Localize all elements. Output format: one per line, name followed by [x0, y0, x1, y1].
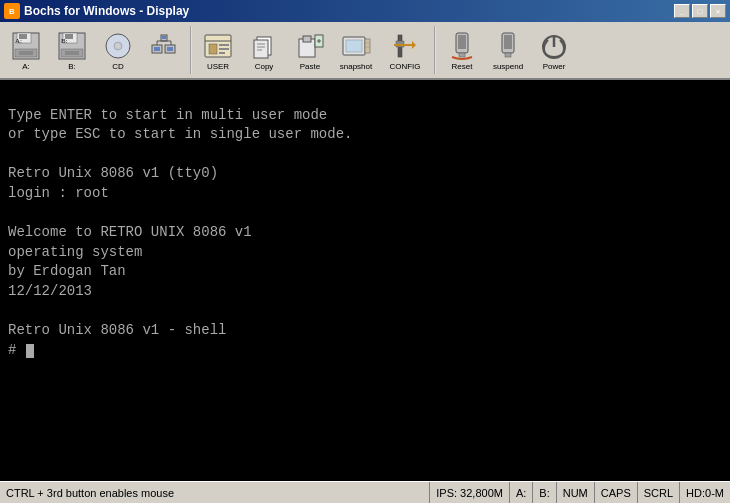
power-icon: [538, 30, 570, 62]
terminal-line-7: [8, 204, 722, 224]
toolbar: A: A: B: B:: [0, 22, 730, 80]
config-button[interactable]: CONFIG: [380, 24, 430, 76]
svg-rect-31: [219, 48, 229, 50]
reset-button[interactable]: Reset: [440, 24, 484, 76]
svg-text:B: B: [9, 7, 15, 16]
floppy-b-button[interactable]: B: B:: [50, 24, 94, 76]
paste-icon: [294, 30, 326, 62]
drive-b-text: B:: [539, 487, 549, 499]
terminal-line-14: #: [8, 341, 722, 361]
floppy-a-icon: A:: [10, 30, 42, 62]
svg-rect-45: [365, 39, 370, 53]
floppy-b-label: B:: [68, 63, 76, 71]
user-button[interactable]: USER: [196, 24, 240, 76]
svg-rect-32: [219, 52, 225, 54]
svg-rect-39: [303, 36, 311, 42]
maximize-button[interactable]: □: [692, 4, 708, 18]
status-mouse-hint: CTRL + 3rd button enables mouse: [0, 482, 430, 503]
caps-lock-text: CAPS: [601, 487, 631, 499]
statusbar: CTRL + 3rd button enables mouse IPS: 32,…: [0, 481, 730, 503]
floppy-b-icon: B:: [56, 30, 88, 62]
terminal-line-6: login : root: [8, 184, 722, 204]
paste-label: Paste: [300, 63, 320, 71]
user-icon: [202, 30, 234, 62]
terminal-line-10: by Erdogan Tan: [8, 262, 722, 282]
reset-label: Reset: [452, 63, 473, 71]
paste-button[interactable]: Paste: [288, 24, 332, 76]
svg-point-16: [116, 44, 120, 48]
status-b: B:: [533, 482, 556, 503]
svg-rect-54: [459, 53, 465, 57]
status-hd: HD:0-M: [680, 482, 730, 503]
title-bar: B Bochs for Windows - Display _ □ ✕: [0, 0, 730, 22]
snapshot-label: snapshot: [340, 63, 372, 71]
terminal-line-1: [8, 86, 722, 106]
network-icon: [148, 30, 180, 62]
svg-marker-51: [412, 41, 416, 49]
terminal-line-8: Welcome to RETRO UNIX 8086 v1: [8, 223, 722, 243]
svg-rect-30: [219, 44, 229, 46]
svg-rect-13: [65, 51, 79, 55]
config-label: CONFIG: [389, 63, 420, 71]
svg-rect-44: [346, 40, 362, 52]
power-label: Power: [543, 63, 566, 71]
terminal-cursor: [26, 344, 34, 358]
status-caps: CAPS: [595, 482, 638, 503]
svg-rect-29: [209, 44, 217, 54]
copy-button[interactable]: Copy: [242, 24, 286, 76]
status-scrl: SCRL: [638, 482, 680, 503]
floppy-a-label: A:: [22, 63, 30, 71]
svg-rect-7: [19, 51, 33, 55]
terminal-line-12: [8, 302, 722, 322]
window-title: Bochs for Windows - Display: [24, 4, 189, 18]
user-label: USER: [207, 63, 229, 71]
scroll-lock-text: SCRL: [644, 487, 673, 499]
cdrom-button[interactable]: CD: [96, 24, 140, 76]
terminal-line-4: [8, 145, 722, 165]
svg-rect-34: [254, 40, 268, 58]
mouse-hint-text: CTRL + 3rd button enables mouse: [6, 487, 174, 499]
minimize-button[interactable]: _: [674, 4, 690, 18]
suspend-label: suspend: [493, 63, 523, 71]
terminal-line-11: 12/12/2013: [8, 282, 722, 302]
svg-rect-53: [458, 35, 466, 49]
close-button[interactable]: ✕: [710, 4, 726, 18]
ips-text: IPS: 32,800M: [436, 487, 503, 499]
suspend-button[interactable]: suspend: [486, 24, 530, 76]
suspend-icon: [492, 30, 524, 62]
cdrom-icon: [102, 30, 134, 62]
svg-rect-20: [167, 47, 173, 51]
svg-rect-56: [504, 35, 512, 49]
status-a: A:: [510, 482, 533, 503]
toolbar-separator-2: [434, 26, 436, 74]
window-controls: _ □ ✕: [674, 4, 726, 18]
toolbar-separator-1: [190, 26, 192, 74]
copy-label: Copy: [255, 63, 274, 71]
floppy-a-button[interactable]: A: A:: [4, 24, 48, 76]
network-button[interactable]: [142, 24, 186, 76]
terminal-display[interactable]: Type ENTER to start in multi user mode o…: [0, 80, 730, 481]
config-icon: [389, 30, 421, 62]
terminal-line-9: operating system: [8, 243, 722, 263]
svg-rect-18: [154, 47, 160, 51]
snapshot-button[interactable]: snapshot: [334, 24, 378, 76]
snapshot-icon: [340, 30, 372, 62]
num-lock-text: NUM: [563, 487, 588, 499]
title-bar-left: B Bochs for Windows - Display: [4, 3, 189, 19]
power-button[interactable]: Power: [532, 24, 576, 76]
app-icon: B: [4, 3, 20, 19]
status-ips: IPS: 32,800M: [430, 482, 510, 503]
hd-text: HD:0-M: [686, 487, 724, 499]
status-num: NUM: [557, 482, 595, 503]
terminal-line-3: or type ESC to start in single user mode…: [8, 125, 722, 145]
svg-rect-22: [162, 36, 166, 39]
drive-a-text: A:: [516, 487, 526, 499]
svg-text:B:: B:: [61, 37, 68, 45]
copy-icon: [248, 30, 280, 62]
svg-rect-57: [505, 53, 511, 57]
terminal-line-13: Retro Unix 8086 v1 - shell: [8, 321, 722, 341]
svg-text:A:: A:: [15, 37, 22, 45]
terminal-line-2: Type ENTER to start in multi user mode: [8, 106, 722, 126]
cdrom-label: CD: [112, 63, 124, 71]
reset-icon: [446, 30, 478, 62]
